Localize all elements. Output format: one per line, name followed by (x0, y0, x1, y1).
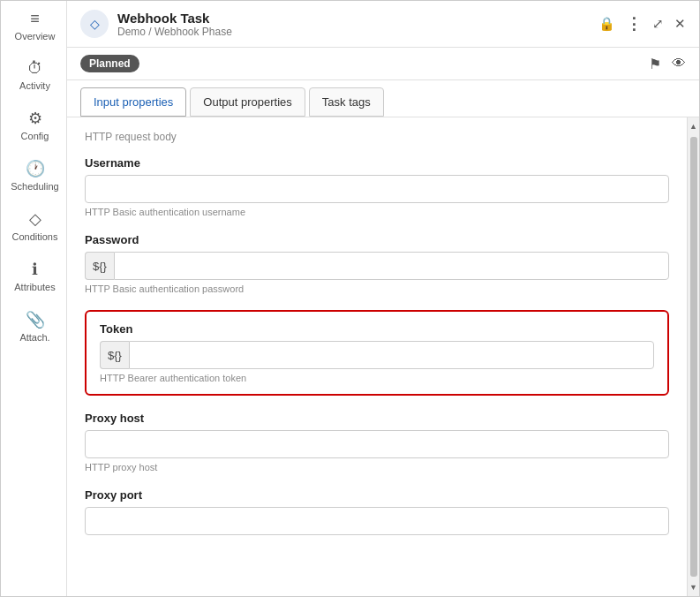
attach-icon: 📎 (26, 310, 45, 329)
sidebar-item-config[interactable]: ⚙ Config (1, 100, 66, 150)
activity-icon: ⏱ (27, 59, 43, 78)
form-scrollable[interactable]: HTTP request body Username HTTP Basic au… (67, 117, 687, 596)
tab-task-tags[interactable]: Task tags (309, 87, 384, 117)
toolbar: Planned ⚑ 👁 (67, 48, 699, 80)
proxy-port-input[interactable] (85, 507, 669, 535)
password-label: Password (85, 233, 669, 246)
password-variable-button[interactable]: ${} (85, 252, 114, 280)
lock-icon[interactable]: 🔒 (598, 16, 615, 32)
scroll-thumb[interactable] (690, 137, 697, 577)
main-content: ◇ Webhook Task Demo / Webhook Phase 🔒 ⋮ … (67, 1, 699, 596)
token-input[interactable] (129, 341, 654, 369)
toolbar-icons: ⚑ 👁 (649, 56, 686, 72)
username-input[interactable] (85, 175, 669, 203)
sidebar: ≡ Overview ⏱ Activity ⚙ Config 🕐 Schedul… (1, 1, 67, 596)
sidebar-item-attach[interactable]: 📎 Attach. (1, 301, 66, 351)
token-variable-button[interactable]: ${} (100, 341, 129, 369)
scrollbar[interactable]: ▲ ▼ (687, 117, 699, 596)
sidebar-label-activity: Activity (19, 80, 50, 91)
username-label: Username (85, 156, 669, 170)
header-titles: Webhook Task Demo / Webhook Phase (117, 11, 232, 38)
sidebar-item-activity[interactable]: ⏱ Activity (1, 50, 66, 100)
task-icon: ◇ (80, 10, 109, 38)
token-label: Token (100, 322, 654, 336)
sidebar-label-attributes: Attributes (14, 282, 55, 292)
token-field-group: Token ${} HTTP Bearer authentication tok… (85, 310, 669, 396)
sidebar-label-attach: Attach. (19, 332, 49, 343)
close-icon[interactable]: ✕ (674, 16, 686, 32)
form-area-wrapper: HTTP request body Username HTTP Basic au… (67, 117, 699, 596)
tab-input-properties[interactable]: Input properties (80, 87, 186, 117)
proxy-host-hint: HTTP proxy host (85, 462, 669, 472)
sidebar-label-config: Config (21, 131, 49, 141)
variable-icon: ${} (93, 260, 107, 273)
breadcrumb: Demo / Webhook Phase (117, 26, 232, 38)
tabs-bar: Input properties Output properties Task … (67, 80, 699, 117)
sidebar-item-scheduling[interactable]: 🕐 Scheduling (1, 150, 66, 200)
http-request-body-hint: HTTP request body (85, 131, 669, 143)
header-actions: 🔒 ⋮ ⤢ ✕ (598, 14, 686, 34)
config-icon: ⚙ (28, 109, 42, 128)
scroll-up-button[interactable]: ▲ (688, 117, 699, 135)
password-hint: HTTP Basic authentication password (85, 283, 669, 294)
form-inner: HTTP request body Username HTTP Basic au… (67, 117, 687, 564)
sidebar-label-conditions: Conditions (12, 231, 58, 242)
proxy-port-label: Proxy port (85, 488, 669, 502)
sidebar-label-overview: Overview (15, 31, 56, 42)
password-field-group: Password ${} HTTP Basic authentication p… (85, 233, 669, 294)
token-input-wrapper: ${} (100, 341, 654, 369)
conditions-icon: ◇ (29, 209, 41, 229)
token-variable-icon: ${} (108, 349, 122, 362)
eye-icon[interactable]: 👁 (672, 56, 686, 72)
overview-icon: ≡ (30, 10, 40, 28)
proxy-host-label: Proxy host (85, 412, 669, 425)
scroll-down-button[interactable]: ▼ (688, 578, 699, 596)
sidebar-item-attributes[interactable]: ℹ Attributes (1, 251, 66, 301)
expand-icon[interactable]: ⤢ (652, 16, 664, 32)
header: ◇ Webhook Task Demo / Webhook Phase 🔒 ⋮ … (67, 1, 699, 48)
sidebar-label-scheduling: Scheduling (11, 181, 58, 192)
proxy-host-field-group: Proxy host HTTP proxy host (85, 412, 669, 472)
flag-icon[interactable]: ⚑ (649, 56, 661, 72)
proxy-port-field-group: Proxy port (85, 488, 669, 535)
username-hint: HTTP Basic authentication username (85, 207, 669, 217)
token-hint: HTTP Bearer authentication token (100, 373, 654, 383)
status-badge: Planned (80, 55, 139, 72)
password-input[interactable] (114, 252, 669, 280)
proxy-host-input[interactable] (85, 430, 669, 458)
sidebar-item-conditions[interactable]: ◇ Conditions (1, 200, 66, 251)
tab-output-properties[interactable]: Output properties (190, 87, 305, 117)
more-menu-icon[interactable]: ⋮ (626, 14, 642, 34)
scheduling-icon: 🕐 (26, 159, 45, 178)
sidebar-item-overview[interactable]: ≡ Overview (1, 1, 66, 50)
username-field-group: Username HTTP Basic authentication usern… (85, 156, 669, 217)
page-title: Webhook Task (117, 11, 232, 26)
password-input-wrapper: ${} (85, 252, 669, 280)
header-left: ◇ Webhook Task Demo / Webhook Phase (80, 10, 232, 38)
attributes-icon: ℹ (32, 260, 38, 279)
